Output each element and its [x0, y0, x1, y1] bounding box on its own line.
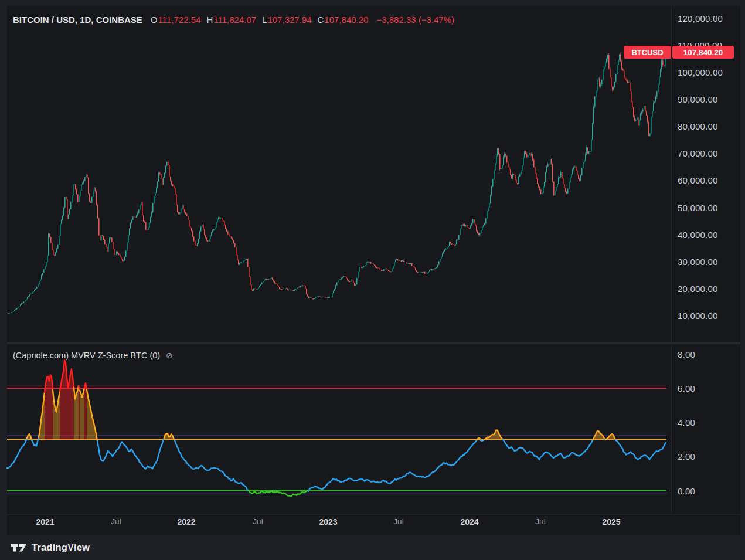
- price-axis-border: [671, 6, 672, 514]
- high-value: 111,824.07: [213, 15, 256, 25]
- close-value: 107,840.20: [324, 15, 368, 25]
- indicator-disable-icon[interactable]: ⊘: [166, 351, 173, 360]
- indicator-title[interactable]: (Capriole.com) MVRV Z-Score BTC (0): [13, 351, 160, 360]
- time-axis-separator: [7, 514, 740, 515]
- chart-legend: BITCOIN / USD, 1D, COINBASEO111,722.54H1…: [13, 15, 454, 25]
- last-price-tag: 107,840.20: [672, 46, 734, 59]
- high-label: H: [206, 15, 213, 25]
- tradingview-logo[interactable]: TradingView: [11, 542, 90, 554]
- change-value: −3,882.33 (−3.47%): [376, 15, 454, 25]
- tradingview-brand-text: TradingView: [32, 542, 90, 553]
- open-value: 111,722.54: [158, 15, 201, 25]
- low-value: 107,327.94: [267, 15, 311, 25]
- footer-bar: TradingView: [0, 535, 745, 560]
- page: { "header": { "symbol": "BITCOIN / USD, …: [0, 0, 745, 560]
- symbol-title[interactable]: BITCOIN / USD, 1D, COINBASE: [13, 15, 142, 25]
- symbol-tag: BTCUSD: [624, 46, 671, 59]
- open-label: O: [151, 15, 158, 25]
- close-label: C: [318, 15, 324, 25]
- low-label: L: [262, 15, 267, 25]
- tradingview-logo-icon: [11, 542, 27, 554]
- pane-separator[interactable]: [7, 342, 740, 344]
- chart-canvas[interactable]: [0, 0, 745, 560]
- indicator-legend: (Capriole.com) MVRV Z-Score BTC (0)⊘: [13, 351, 173, 360]
